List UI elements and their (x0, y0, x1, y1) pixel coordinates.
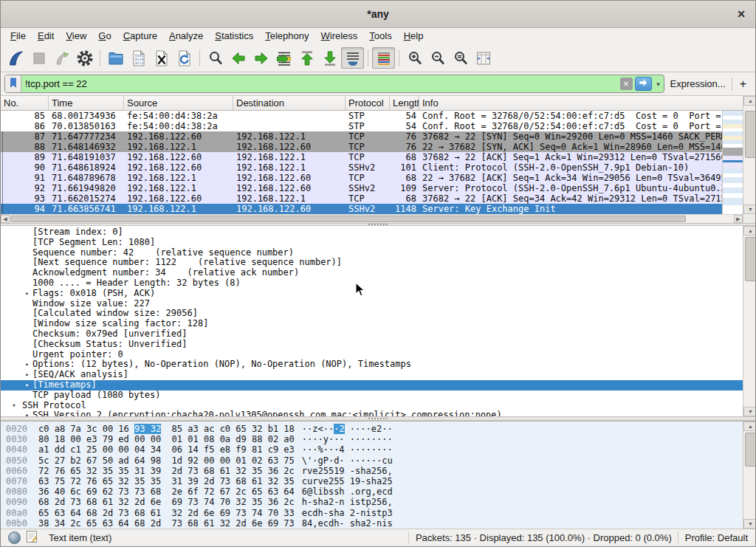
go-back-button[interactable] (227, 47, 250, 69)
resize-columns-button[interactable] (472, 47, 495, 69)
detail-line[interactable]: 1000 .... = Header Length: 32 bytes (8) (1, 278, 743, 289)
colorize-button[interactable] (372, 47, 395, 69)
detail-line[interactable]: ▸[Timestamps] (1, 380, 743, 391)
column-header-length[interactable]: Length (390, 96, 419, 110)
hex-row[interactable]: 00a065 63 64 68 2d 73 68 61 32 2d 6e 69 … (6, 508, 743, 518)
zoom-in-button[interactable] (403, 47, 426, 69)
column-header-destination[interactable]: Destination (233, 96, 346, 110)
filter-bookmark-button[interactable] (5, 75, 21, 92)
packet-list-vscrollbar[interactable]: ▲ ▼ (743, 96, 755, 223)
detail-line[interactable]: Acknowledgment number: 34 (relative ack … (1, 268, 743, 278)
expand-icon[interactable]: ▸ (22, 289, 32, 299)
menu-statistics[interactable]: Statistics (209, 29, 259, 44)
scroll-down-icon[interactable]: ▼ (743, 204, 755, 214)
detail-line[interactable]: ▸Flags: 0x018 (PSH, ACK) (1, 289, 743, 299)
capture-options-button[interactable] (73, 47, 96, 69)
close-button[interactable]: ✕ (737, 8, 746, 20)
expand-icon[interactable]: ▸ (22, 370, 32, 380)
expert-info-icon[interactable] (8, 531, 21, 544)
detail-line[interactable]: Checksum: 0x79ed [unverified] (1, 329, 743, 340)
detail-line[interactable]: TCP payload (1080 bytes) (1, 391, 743, 401)
hscroll-thumb[interactable] (10, 216, 686, 222)
reload-file-button[interactable] (173, 47, 196, 69)
menu-tools[interactable]: Tools (363, 29, 397, 44)
add-filter-button[interactable]: + (738, 78, 752, 91)
detail-line[interactable]: [TCP Segment Len: 1080] (1, 238, 743, 248)
vscroll-thumb[interactable] (745, 237, 755, 281)
detail-line[interactable]: ▸[SEQ/ACK analysis] (1, 370, 743, 380)
go-forward-button[interactable] (250, 47, 272, 69)
menu-help[interactable]: Help (398, 29, 430, 44)
zoom-out-button[interactable] (426, 47, 449, 69)
scroll-up-icon[interactable]: ▲ (743, 226, 755, 235)
detail-line[interactable]: [Window size scaling factor: 128] (1, 319, 743, 329)
packet-minimap[interactable] (722, 111, 743, 214)
detail-vscrollbar[interactable]: ▲ ▼ (743, 226, 755, 416)
scroll-down-icon[interactable]: ▼ (743, 407, 755, 416)
detail-line[interactable]: Urgent pointer: 0 (1, 350, 743, 360)
packet-row[interactable]: 8670.013850163fe:54:00:d4:38:2aSTP54Conf… (1, 121, 722, 131)
hex-vscrollbar[interactable]: ▲ ▼ (743, 422, 755, 529)
detail-line[interactable]: [Stream index: 0] (1, 227, 743, 238)
menu-analyze[interactable]: Analyze (163, 29, 209, 44)
menu-capture[interactable]: Capture (117, 29, 163, 44)
packet-row[interactable]: 9371.662015274192.168.122.60192.168.122.… (1, 193, 722, 204)
hex-row[interactable]: 0020c0 a8 7a 3c 00 16 93 32 85 a3 ac c0 … (6, 424, 743, 434)
menu-edit[interactable]: Edit (32, 29, 60, 44)
profile-status[interactable]: Profile: Default (685, 532, 748, 543)
hex-row[interactable]: 00505c 27 b2 67 50 ad 64 98 1d 92 00 00 … (6, 455, 743, 466)
hex-row[interactable]: 008036 40 6c 69 62 73 73 68 2e 6f 72 67 … (6, 486, 743, 497)
expression-button[interactable]: Expression... (670, 78, 726, 89)
hex-row[interactable]: 00b038 34 2c 65 63 64 68 2d 73 68 61 32 … (6, 518, 743, 529)
scroll-up-icon[interactable]: ▲ (743, 96, 755, 106)
scroll-right-icon[interactable]: ▶ (734, 215, 743, 223)
scroll-down-icon[interactable]: ▼ (743, 519, 755, 529)
packet-list-hscrollbar[interactable]: ◀ ▶ (1, 214, 743, 223)
capture-comment-icon[interactable] (27, 531, 37, 545)
go-last-button[interactable] (318, 47, 341, 69)
detail-line[interactable]: ▾SSH Protocol (1, 401, 743, 411)
close-file-button[interactable] (150, 47, 173, 69)
display-filter-input[interactable]: !tcp.port == 22 (21, 78, 620, 89)
menu-file[interactable]: File (4, 29, 32, 44)
titlebar[interactable]: *any ✕ (1, 1, 755, 28)
column-header-source[interactable]: Source (124, 96, 233, 110)
menu-telephony[interactable]: Telephony (259, 29, 315, 44)
save-file-button[interactable]: 010101100113 (127, 47, 150, 69)
open-file-button[interactable] (104, 47, 127, 69)
filter-history-dropdown[interactable]: ▾ (653, 80, 664, 88)
start-capture-button[interactable] (4, 47, 27, 69)
hex-row[interactable]: 007063 75 72 76 65 32 35 35 31 39 2d 73 … (6, 476, 743, 486)
go-first-button[interactable] (295, 47, 318, 69)
expand-icon[interactable]: ▸ (22, 359, 32, 370)
packet-row[interactable]: 8971.648191037192.168.122.60192.168.122.… (1, 152, 722, 162)
menu-wireless[interactable]: Wireless (315, 29, 364, 44)
filter-apply-button[interactable] (635, 77, 652, 91)
packet-row[interactable]: 9271.661949820192.168.122.1192.168.122.6… (1, 183, 722, 193)
detail-line[interactable]: Sequence number: 42 (relative sequence n… (1, 248, 743, 258)
packet-row[interactable]: 9071.648618924192.168.122.60192.168.122.… (1, 162, 722, 173)
detail-line[interactable]: Window size value: 227 (1, 299, 743, 309)
detail-line[interactable]: ▸Options: (12 bytes), No-Operation (NOP)… (1, 359, 743, 370)
packet-row[interactable]: 8771.647777234192.168.122.60192.168.122.… (1, 131, 722, 142)
packet-row[interactable]: 9171.648789678192.168.122.1192.168.122.6… (1, 173, 722, 183)
scroll-up-icon[interactable]: ▲ (743, 422, 755, 431)
collapse-icon[interactable]: ▾ (6, 401, 22, 411)
find-packet-button[interactable] (204, 47, 227, 69)
detail-line[interactable]: ▸SSH Version 2 (encryption:chacha20-poly… (1, 410, 743, 416)
detail-line[interactable]: [Next sequence number: 1122 (relative se… (1, 258, 743, 268)
hex-row[interactable]: 006072 76 65 32 35 35 31 39 2d 73 68 61 … (6, 466, 743, 476)
filter-clear-button[interactable]: ✕ (620, 78, 633, 90)
packet-row[interactable]: 8871.648146932192.168.122.1192.168.122.6… (1, 142, 722, 152)
menu-go[interactable]: Go (92, 29, 117, 44)
expand-icon[interactable]: ▸ (22, 410, 32, 416)
column-header-protocol[interactable]: Protocol (346, 96, 390, 110)
hex-row[interactable]: 009068 2d 73 68 61 32 2d 6e 69 73 74 70 … (6, 497, 743, 507)
vscroll-thumb[interactable] (745, 111, 755, 158)
hex-row[interactable]: 0040a1 dd c1 25 00 00 04 34 06 14 f5 e8 … (6, 444, 743, 455)
packet-row[interactable]: 8568.001734936fe:54:00:d4:38:2aSTP54Conf… (1, 111, 722, 121)
hex-row[interactable]: 003080 18 00 e3 79 ed 00 00 01 01 08 0a … (6, 434, 743, 444)
zoom-reset-button[interactable] (449, 47, 472, 69)
auto-scroll-button[interactable] (341, 47, 364, 69)
detail-line[interactable]: [Checksum Status: Unverified] (1, 340, 743, 350)
